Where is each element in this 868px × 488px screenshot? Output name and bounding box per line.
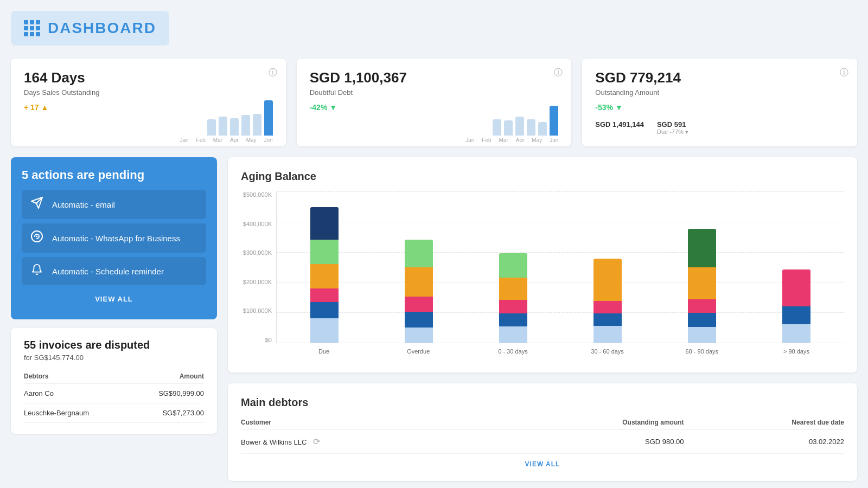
- debtor-name: Leuschke-Bergnaum: [24, 403, 130, 423]
- doubtful-info-icon[interactable]: ⓘ: [554, 67, 563, 79]
- debtor-amount: SG$7,273.00: [130, 403, 204, 423]
- x-label-0-30: 0 - 30 days: [470, 348, 555, 355]
- bar-group-90plus: [754, 269, 839, 343]
- segment-pink: [782, 269, 810, 306]
- x-label-overdue: Overdue: [376, 348, 461, 355]
- segment-pink: [593, 301, 622, 313]
- debtors-card: Main debtors Customer Oustanding amount …: [228, 383, 857, 481]
- right-column: Aging Balance $0 $100,000K $200,000K $30…: [228, 157, 857, 481]
- debtors-view-all-button[interactable]: VIEW ALL: [241, 460, 844, 468]
- actions-card: 5 actions are pending Automatic - email: [11, 157, 217, 319]
- segment-blue: [688, 313, 716, 326]
- dashboard-header: DASHBOARD: [11, 11, 169, 46]
- refresh-icon[interactable]: ⟳: [313, 436, 320, 447]
- doubtful-label: Doubtful Debt: [310, 88, 559, 97]
- month-apr: Apr: [230, 137, 239, 143]
- outstanding-card: ⓘ SGD 779,214 Outstanding Amount -53% ▼ …: [582, 59, 857, 146]
- segment-lightblue: [688, 327, 716, 343]
- stacked-bar-overdue: [405, 240, 433, 343]
- segment-lightgreen: [499, 253, 527, 278]
- month-jun: Jun: [264, 137, 273, 143]
- actions-title: 5 actions are pending: [22, 168, 206, 182]
- month-jan: Jan: [180, 137, 188, 143]
- amount-col-header: Amount: [130, 369, 204, 384]
- action-reminder[interactable]: Automatic - Schedule reminder: [22, 257, 206, 285]
- due-date: 03.02.2022: [684, 430, 844, 454]
- bell-icon: [29, 264, 44, 279]
- disputed-subtitle: for SG$145,774.00: [24, 354, 204, 362]
- outstanding-sub-row: SGD 1,491,144 SGD 591 Due -77% ▾: [595, 120, 844, 136]
- outstanding-info-icon[interactable]: ⓘ: [840, 67, 848, 79]
- segment-pink: [310, 288, 339, 302]
- bar-group-30-60: [565, 259, 650, 343]
- table-row: Aaron Co SG$90,999.00: [24, 384, 204, 403]
- disputed-table: Debtors Amount Aaron Co SG$90,999.00 Leu…: [24, 369, 204, 423]
- dso-card: ⓘ 164 Days Days Sales Outstanding + 17 ▲…: [11, 59, 286, 146]
- month-feb: Feb: [196, 137, 206, 143]
- bar-group-overdue: [376, 240, 461, 343]
- segment-orange: [310, 264, 339, 288]
- gridline: [277, 191, 844, 192]
- aging-card: Aging Balance $0 $100,000K $200,000K $30…: [228, 157, 857, 373]
- chart-bar-may: [253, 114, 261, 136]
- segment-darkblue: [310, 207, 339, 240]
- page-title: DASHBOARD: [48, 20, 156, 37]
- y-label-200k: $200,000K: [241, 279, 276, 285]
- month-jan: Jan: [465, 137, 474, 143]
- y-label-500k: $500,000K: [241, 191, 276, 198]
- customer-col-header: Customer: [241, 415, 496, 430]
- table-row: Leuschke-Bergnaum SG$7,273.00: [24, 403, 204, 423]
- month-may: May: [246, 137, 257, 143]
- x-label-90plus: > 90 days: [754, 348, 839, 355]
- outstanding-change: -53% ▼: [595, 103, 844, 112]
- stacked-bar-0-30: [499, 253, 527, 343]
- aging-title: Aging Balance: [241, 170, 844, 183]
- segment-blue: [499, 313, 527, 327]
- grid-icon: [24, 20, 40, 36]
- dso-value: 164 Days: [24, 69, 273, 86]
- table-row: Bower & Wilkins LLC ⟳ SGD 980.00 03.02.2…: [241, 430, 844, 454]
- chart-bar-jan: [207, 119, 216, 136]
- action-reminder-label: Automatic - Schedule reminder: [52, 267, 164, 276]
- action-email[interactable]: Automatic - email: [22, 190, 206, 219]
- bar-group-due: [282, 207, 367, 343]
- outstanding-sub2: SGD 591 Due -77% ▾: [657, 120, 688, 136]
- chart-bar-may: [538, 122, 547, 136]
- month-apr: Apr: [516, 137, 525, 143]
- y-axis: $0 $100,000K $200,000K $300,000K $400,00…: [241, 191, 276, 343]
- aging-chart-wrapper: $0 $100,000K $200,000K $300,000K $400,00…: [241, 191, 844, 359]
- view-all-button[interactable]: VIEW ALL: [22, 290, 206, 309]
- stacked-bar-90plus: [782, 269, 810, 343]
- email-icon: [29, 196, 44, 213]
- x-label-60-90: 60 - 90 days: [660, 348, 744, 355]
- dso-info-icon[interactable]: ⓘ: [269, 67, 277, 79]
- segment-lightgreen: [405, 240, 433, 267]
- month-mar: Mar: [213, 137, 222, 143]
- action-whatsapp-label: Automatic - WhatsApp for Business: [52, 234, 180, 243]
- segment-pink: [499, 300, 527, 313]
- y-label-300k: $300,000K: [241, 249, 276, 256]
- segment-pink: [688, 299, 716, 313]
- month-mar: Mar: [499, 137, 508, 143]
- chart-bars-area: [276, 191, 844, 343]
- segment-orange: [593, 259, 622, 301]
- action-whatsapp[interactable]: Automatic - WhatsApp for Business: [22, 223, 206, 253]
- chart-bar-apr: [241, 115, 250, 136]
- down-arrow-icon: ▼: [329, 103, 337, 112]
- segment-darkgreen: [688, 229, 716, 267]
- doubtful-card: ⓘ SGD 1,100,367 Doubtful Debt -42% ▼ Jan…: [297, 59, 572, 146]
- segment-blue: [405, 312, 433, 328]
- chart-bar-feb: [219, 117, 227, 136]
- debtors-title: Main debtors: [241, 396, 844, 409]
- segment-lightblue: [499, 326, 527, 343]
- chart-bar-mar: [230, 118, 239, 136]
- outstanding-amount: SGD 980.00: [496, 430, 684, 454]
- debtors-table: Customer Oustanding amount Nearest due d…: [241, 415, 844, 454]
- outstanding-value: SGD 779,214: [595, 69, 844, 86]
- bottom-section: 5 actions are pending Automatic - email: [11, 157, 857, 481]
- x-axis: Due Overdue 0 - 30 days 30 - 60 days 60 …: [276, 343, 844, 359]
- chart-bar-jan: [493, 119, 501, 136]
- debtor-name: Aaron Co: [24, 384, 130, 403]
- segment-lightblue: [593, 326, 622, 343]
- up-arrow-icon: ▲: [41, 103, 49, 112]
